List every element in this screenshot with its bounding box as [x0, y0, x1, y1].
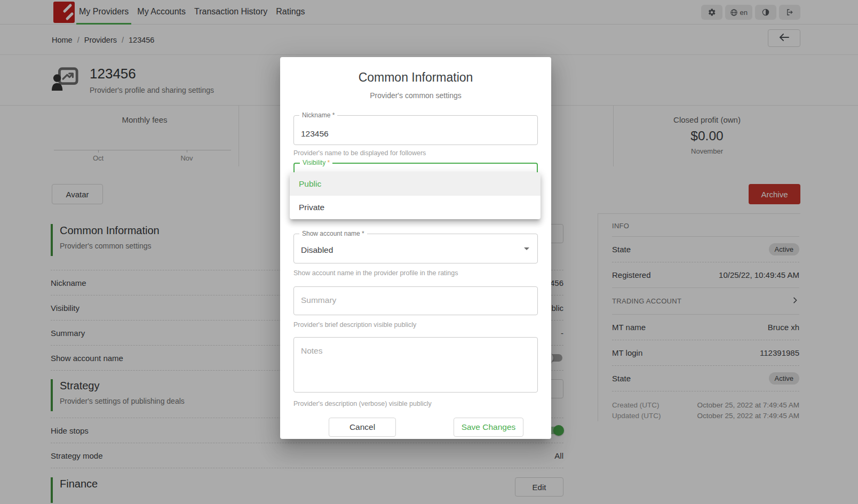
- notes-textarea[interactable]: [294, 338, 537, 392]
- modal-buttons: Cancel Save Changes: [280, 418, 551, 437]
- show-account-name-helper-text: Show account name in the provider profil…: [293, 269, 458, 277]
- notes-field: [293, 337, 538, 393]
- chevron-down-icon: [524, 247, 529, 250]
- common-information-modal: Common Information Provider's common set…: [280, 57, 551, 439]
- cancel-button[interactable]: Cancel: [329, 418, 396, 437]
- menu-item-public[interactable]: Public: [290, 172, 541, 196]
- save-changes-button[interactable]: Save Changes: [454, 418, 523, 437]
- menu-item-private[interactable]: Private: [290, 196, 541, 219]
- notes-helper-text: Provider's description (verbose) visible…: [293, 400, 432, 407]
- visibility-field-label: Visibility *: [300, 159, 332, 166]
- summary-helper-text: Provider's brief description visible pub…: [293, 321, 416, 329]
- modal-subtitle: Provider's common settings: [280, 91, 551, 100]
- visibility-dropdown-menu: Public Private: [290, 172, 541, 219]
- nickname-input[interactable]: [294, 116, 537, 145]
- nickname-field-label: Nickname *: [299, 111, 337, 119]
- app-root: My Providers My Accounts Transaction His…: [0, 0, 858, 504]
- modal-title: Common Information: [280, 70, 551, 85]
- nickname-field: Nickname *: [293, 115, 538, 145]
- show-account-name-select-field[interactable]: Show account name * Disabled: [293, 234, 538, 263]
- summary-textarea[interactable]: [294, 287, 537, 315]
- nickname-helper-text: Provider's name to be displayed for foll…: [293, 149, 426, 157]
- show-account-name-selected-value: Disabled: [301, 245, 333, 255]
- summary-field: [293, 286, 538, 315]
- show-account-name-field-label: Show account name *: [299, 230, 367, 237]
